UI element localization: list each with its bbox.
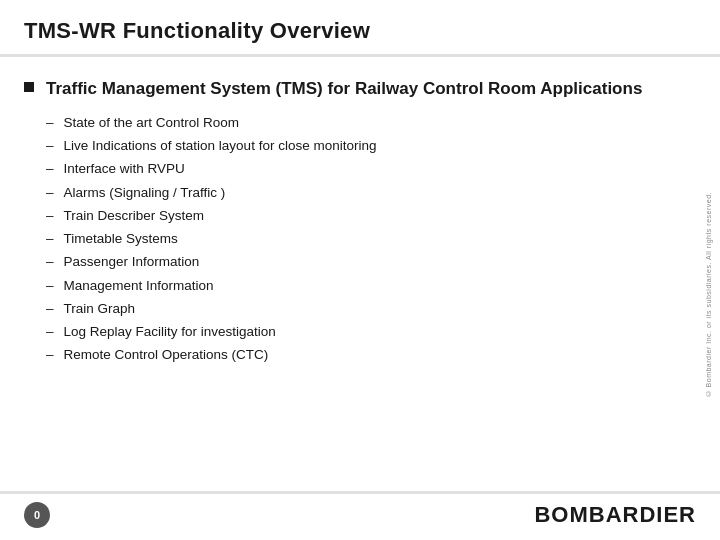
sub-bullet-text: Train Describer System	[64, 206, 205, 226]
main-bullet: Traffic Management System (TMS) for Rail…	[24, 77, 696, 101]
list-item: –Train Graph	[46, 299, 696, 319]
dash-icon: –	[46, 136, 54, 156]
sub-bullet-text: Train Graph	[64, 299, 136, 319]
dash-icon: –	[46, 252, 54, 272]
dash-icon: –	[46, 229, 54, 249]
dash-icon: –	[46, 345, 54, 365]
sub-bullets-list: –State of the art Control Room–Live Indi…	[46, 113, 696, 366]
logo-text: BOMBARDIER	[534, 502, 696, 527]
sub-bullet-text: Log Replay Facility for investigation	[64, 322, 276, 342]
list-item: –Live Indications of station layout for …	[46, 136, 696, 156]
bullet-square-icon	[24, 82, 34, 92]
page-number: 0	[34, 509, 40, 521]
dash-icon: –	[46, 206, 54, 226]
content-area: Traffic Management System (TMS) for Rail…	[0, 57, 720, 491]
sub-bullet-text: Alarms (Signaling / Traffic )	[64, 183, 226, 203]
copyright-watermark: © Bombardier Inc. or its subsidiaries. A…	[705, 192, 712, 397]
watermark-area: © Bombardier Inc. or its subsidiaries. A…	[705, 110, 712, 480]
dash-icon: –	[46, 276, 54, 296]
list-item: –Log Replay Facility for investigation	[46, 322, 696, 342]
dash-icon: –	[46, 113, 54, 133]
list-item: –Remote Control Operations (CTC)	[46, 345, 696, 365]
list-item: –Management Information	[46, 276, 696, 296]
sub-bullet-text: Live Indications of station layout for c…	[64, 136, 377, 156]
list-item: –Passenger Information	[46, 252, 696, 272]
list-item: –Interface with RVPU	[46, 159, 696, 179]
slide-title: TMS-WR Functionality Overview	[24, 18, 370, 43]
list-item: –Train Describer System	[46, 206, 696, 226]
dash-icon: –	[46, 322, 54, 342]
dash-icon: –	[46, 299, 54, 319]
sub-bullet-text: Interface with RVPU	[64, 159, 185, 179]
sub-bullet-text: Timetable Systems	[64, 229, 178, 249]
list-item: –State of the art Control Room	[46, 113, 696, 133]
list-item: –Alarms (Signaling / Traffic )	[46, 183, 696, 203]
title-bar: TMS-WR Functionality Overview	[0, 0, 720, 57]
sub-bullet-text: Passenger Information	[64, 252, 200, 272]
slide-container: TMS-WR Functionality Overview Traffic Ma…	[0, 0, 720, 540]
sub-bullet-text: Remote Control Operations (CTC)	[64, 345, 269, 365]
logo: BOMBARDIER	[534, 502, 696, 528]
dash-icon: –	[46, 159, 54, 179]
main-bullet-text: Traffic Management System (TMS) for Rail…	[46, 77, 642, 101]
sub-bullet-text: Management Information	[64, 276, 214, 296]
page-number-circle: 0	[24, 502, 50, 528]
slide-footer: 0 BOMBARDIER	[0, 491, 720, 540]
list-item: –Timetable Systems	[46, 229, 696, 249]
logo-main: BOMBARDIER	[534, 502, 696, 527]
sub-bullet-text: State of the art Control Room	[64, 113, 240, 133]
dash-icon: –	[46, 183, 54, 203]
